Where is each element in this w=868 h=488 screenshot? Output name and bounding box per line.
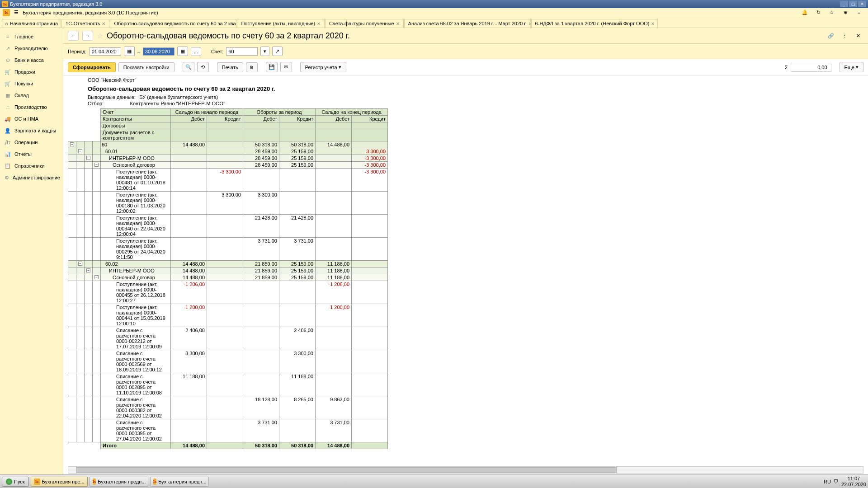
tab-6[interactable]: 6-НДФЛ за 1 квартал 2020 г. (Невский Фор… xyxy=(531,19,658,28)
period-select-button[interactable]: ... xyxy=(191,47,201,56)
taskbar-item-1[interactable]: 1cБухгалтерия предп... xyxy=(90,477,148,487)
sidebar-item-2[interactable]: ⊙Банк и касса xyxy=(0,54,63,66)
sidebar-item-10[interactable]: 📊Отчеты xyxy=(0,148,63,160)
close-window-button[interactable]: ✕ xyxy=(858,1,866,7)
print-button[interactable]: Печать xyxy=(217,62,243,72)
sidebar-item-4[interactable]: 🛒Покупки xyxy=(0,78,63,89)
close-page-button[interactable]: ✕ xyxy=(853,31,863,41)
sidebar-item-8[interactable]: 👤Зарплата и кадры xyxy=(0,125,63,136)
clock[interactable]: 11:07 22.07.2020 xyxy=(841,476,866,487)
tree-toggle[interactable]: − xyxy=(78,262,82,266)
date-to-input[interactable] xyxy=(143,47,175,56)
tree-toggle[interactable]: − xyxy=(94,163,99,167)
table-row[interactable]: Списание с расчетного счета 0000-002569 … xyxy=(68,350,388,373)
menu2-icon[interactable]: ≡ xyxy=(855,9,863,16)
support-icon[interactable]: ⊕ xyxy=(842,9,849,16)
tab-close-icon[interactable]: ✕ xyxy=(102,21,105,26)
email-icon[interactable]: ✉ xyxy=(280,62,292,72)
sidebar-icon: Дт xyxy=(5,139,11,145)
table-row[interactable]: Поступление (акт, накладная) 0000-000295… xyxy=(68,238,388,261)
table-row[interactable]: −60.0214 488,0021 859,0025 159,0011 188,… xyxy=(68,261,388,267)
link-icon[interactable]: 🔗 xyxy=(826,31,836,41)
account-dropdown-icon[interactable]: ▾ xyxy=(260,47,269,56)
date-from-input[interactable] xyxy=(90,47,121,56)
table-row[interactable]: Поступление (акт, накладная) 0000-000455… xyxy=(68,281,388,304)
table-row[interactable]: Поступление (акт, накладная) 0000-000180… xyxy=(68,192,388,215)
save-icon[interactable]: 💾 xyxy=(266,62,278,72)
table-row[interactable]: −Основной договор14 488,0021 859,0025 15… xyxy=(68,274,388,281)
home-icon: ⌂ xyxy=(5,21,8,26)
sidebar-item-9[interactable]: ДтОперации xyxy=(0,136,63,148)
sidebar-item-6[interactable]: ⛬Производство xyxy=(0,101,63,113)
table-row[interactable]: Поступление (акт, накладная) 0000-000340… xyxy=(68,215,388,238)
tree-toggle[interactable]: − xyxy=(86,268,90,272)
tree-toggle[interactable]: − xyxy=(86,156,90,160)
table-row[interactable]: Поступление (акт, накладная) 0000-000481… xyxy=(68,169,388,192)
sidebar-item-7[interactable]: 🚚ОС и НМА xyxy=(0,113,63,125)
sidebar-item-11[interactable]: 📋Справочники xyxy=(0,160,63,172)
table-row[interactable]: Поступление (акт, накладная) 0000-000441… xyxy=(68,304,388,327)
tray-icon[interactable]: ⛉ xyxy=(834,479,839,484)
report-toolbar: Сформировать Показать настройки 🔍 ⟲ Печа… xyxy=(63,59,868,75)
taskbar-item-0[interactable]: 1cБухгалтерия пре... xyxy=(31,477,88,487)
table-row[interactable]: Списание с расчетного счета 0000-002895 … xyxy=(68,373,388,396)
bell-icon[interactable]: 🔔 xyxy=(801,9,808,16)
sidebar-item-0[interactable]: ≡Главное xyxy=(0,31,63,42)
tab-5[interactable]: Анализ счета 68.02 за Январь 2019 г. - М… xyxy=(404,19,531,28)
sidebar-item-5[interactable]: ▦Склад xyxy=(0,89,63,101)
tab-bar: ⌂Начальная страница1С-Отчетность✕Оборотн… xyxy=(0,17,868,28)
taskbar-item-2[interactable]: 1cБухгалтерия предп... xyxy=(150,477,209,487)
table-row[interactable]: −ИНТЕРЬЕР-М ООО14 488,0021 859,0025 159,… xyxy=(68,267,388,274)
account-input[interactable] xyxy=(226,47,258,56)
refresh-icon[interactable]: ⟲ xyxy=(197,62,209,72)
tab-3[interactable]: Поступление (акты, накладные)✕ xyxy=(237,19,325,28)
history-icon[interactable]: ↻ xyxy=(815,9,822,16)
search-icon[interactable]: 🔍 xyxy=(183,62,194,72)
tree-toggle[interactable]: − xyxy=(70,142,74,146)
table-row[interactable]: −ИНТЕРЬЕР-М ООО28 459,0025 159,00-3 300,… xyxy=(68,155,388,162)
more-icon[interactable]: ⋮ xyxy=(839,31,850,41)
table-row[interactable]: Списание с расчетного счета 0000-000395 … xyxy=(68,419,388,442)
table-row[interactable]: −Основной договор28 459,0025 159,00-3 30… xyxy=(68,162,388,169)
show-settings-button[interactable]: Показать настройки xyxy=(118,62,175,72)
tab-0[interactable]: ⌂Начальная страница xyxy=(2,19,61,28)
sidebar: ≡Главное↗Руководителю⊙Банк и касса🛒Прода… xyxy=(0,28,63,474)
date-to-picker-icon[interactable]: ▦ xyxy=(177,47,188,56)
taskbar-app-icon: 1c xyxy=(153,479,157,485)
tab-2[interactable]: Оборотно-сальдовая ведомость по счету 60… xyxy=(110,19,236,28)
run-report-button[interactable]: Сформировать xyxy=(68,62,116,72)
table-row[interactable]: −60.0128 459,0025 159,00-3 300,00 xyxy=(68,148,388,155)
menu-icon[interactable]: ☰ xyxy=(13,9,20,16)
tab-label: Счета-фактуры полученные xyxy=(329,21,394,26)
register-button[interactable]: Регистр учета ▾ xyxy=(300,62,346,72)
horizontal-scrollbar[interactable] xyxy=(68,466,863,474)
tab-close-icon[interactable]: ✕ xyxy=(396,21,400,26)
taskbar-app-icon: 1c xyxy=(34,479,40,485)
forward-button[interactable]: → xyxy=(82,31,93,41)
favorite-icon[interactable]: ☆ xyxy=(97,32,103,40)
sidebar-icon: 📊 xyxy=(5,151,11,157)
back-button[interactable]: ← xyxy=(68,31,79,41)
lang-indicator[interactable]: RU xyxy=(824,479,831,484)
table-row[interactable]: −6014 488,0050 318,0050 318,0014 488,00 xyxy=(68,141,388,148)
star-icon[interactable]: ☆ xyxy=(828,9,835,16)
tab-close-icon[interactable]: ✕ xyxy=(317,21,321,26)
tree-toggle[interactable]: − xyxy=(94,275,99,279)
maximize-button[interactable]: ▢ xyxy=(849,1,857,7)
sidebar-item-12[interactable]: ⚙Администрирование xyxy=(0,172,63,183)
table-row[interactable]: Списание с расчетного счета 0000-002212 … xyxy=(68,327,388,350)
account-open-icon[interactable]: ↗ xyxy=(272,47,283,56)
sidebar-item-3[interactable]: 🛒Продажи xyxy=(0,66,63,78)
start-button[interactable]: Пуск xyxy=(2,477,29,487)
tab-close-icon[interactable]: ✕ xyxy=(651,21,655,26)
tree-toggle[interactable]: − xyxy=(78,149,82,153)
tab-close-icon[interactable]: ✕ xyxy=(528,21,531,26)
table-row[interactable]: Списание с расчетного счета 0000-000382 … xyxy=(68,396,388,419)
minimize-button[interactable]: _ xyxy=(840,1,848,7)
print-preview-icon[interactable]: 🗎 xyxy=(246,62,258,72)
more-button[interactable]: Еще ▾ xyxy=(840,62,863,72)
date-from-picker-icon[interactable]: ▦ xyxy=(124,47,135,56)
tab-1[interactable]: 1С-Отчетность✕ xyxy=(61,19,109,28)
tab-4[interactable]: Счета-фактуры полученные✕ xyxy=(325,19,404,28)
sidebar-item-1[interactable]: ↗Руководителю xyxy=(0,42,63,54)
